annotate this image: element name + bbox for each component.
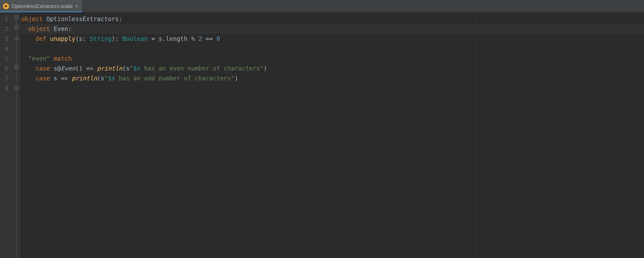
code-line-current[interactable]: object Even: — [20, 24, 644, 34]
tab-bar: OptionlessExtractors.scala × — [0, 0, 644, 13]
extractor-even: Even — [61, 65, 75, 72]
line-number: 8 — [0, 83, 13, 93]
code-line[interactable]: "even" match — [20, 54, 644, 64]
fold-toggle-icon[interactable] — [14, 16, 18, 19]
number-literal: 2 — [198, 35, 202, 42]
line-number: 7 — [0, 74, 13, 83]
type-boolean: Boolean — [122, 35, 148, 42]
colon: : — [119, 16, 122, 23]
identifier: Even — [54, 25, 68, 33]
call-println: println — [97, 65, 122, 72]
code-line[interactable]: def unapply(s: String): Boolean = s.leng… — [20, 34, 644, 44]
line-number: 3 — [0, 34, 13, 44]
string-interpolation: $s — [133, 65, 140, 72]
fold-toggle-icon[interactable] — [14, 25, 18, 29]
editor[interactable]: 1 2 3 4 5 6 7 8 object OptionlessExtract… — [0, 13, 644, 258]
method-name: unapply — [50, 35, 75, 42]
file-tab[interactable]: OptionlessExtractors.scala × — [0, 0, 82, 12]
code-area[interactable]: object OptionlessExtractors: object Even… — [20, 13, 644, 258]
keyword-object: object — [28, 25, 50, 33]
scala-file-icon — [3, 3, 9, 9]
call-println: println — [72, 75, 97, 82]
keyword-def: def — [36, 35, 46, 42]
fold-end-icon — [14, 86, 18, 89]
line-number: 5 — [0, 54, 13, 64]
keyword-match: match — [54, 55, 72, 62]
type-string: String — [90, 35, 112, 42]
code-line[interactable] — [20, 83, 644, 93]
code-line[interactable]: object OptionlessExtractors: — [20, 14, 644, 24]
identifier: OptionlessExtractors — [46, 16, 119, 23]
keyword-object: object — [21, 16, 43, 23]
keyword-case: case — [36, 65, 50, 72]
fold-end-icon — [14, 37, 18, 40]
code-line[interactable] — [20, 44, 644, 54]
colon: : — [68, 25, 72, 33]
line-number: 4 — [0, 44, 13, 54]
line-number: 6 — [0, 64, 13, 74]
string-interpolation: $s — [108, 75, 115, 82]
fold-guide-line — [16, 17, 17, 258]
keyword-case: case — [36, 75, 50, 82]
code-line[interactable]: case s@Even() => println(s"$s has an eve… — [20, 64, 644, 74]
close-icon[interactable]: × — [75, 4, 78, 9]
string-literal: "even" — [28, 55, 50, 62]
code-line[interactable]: case s => println(s"$s has an odd number… — [20, 74, 644, 83]
line-number-gutter: 1 2 3 4 5 6 7 8 — [0, 13, 13, 258]
line-number: 1 — [0, 14, 13, 24]
fold-gutter — [13, 13, 20, 258]
line-number: 2 — [0, 24, 13, 34]
fold-toggle-icon[interactable] — [14, 65, 18, 69]
tab-filename: OptionlessExtractors.scala — [12, 3, 72, 9]
number-literal: 0 — [216, 35, 220, 42]
